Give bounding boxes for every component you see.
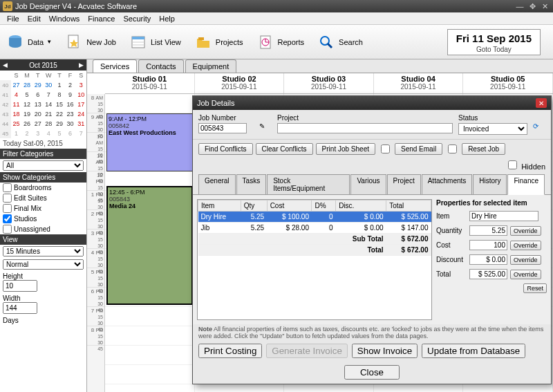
tab-equipment[interactable]: Equipment xyxy=(185,59,237,73)
calendar-day[interactable]: 11 xyxy=(11,100,22,109)
calendar-day[interactable]: 7 xyxy=(44,90,55,100)
print-job-sheet-button[interactable]: Print Job Sheet xyxy=(316,143,375,155)
calendar-day[interactable]: 24 xyxy=(75,109,86,119)
calendar-day[interactable]: 7 xyxy=(75,129,86,138)
modal-tab[interactable]: General xyxy=(198,174,236,194)
print-job-checkbox[interactable] xyxy=(381,144,390,153)
calendar-day[interactable]: 31 xyxy=(75,119,86,129)
width-input[interactable] xyxy=(3,302,37,314)
calendar-day[interactable]: 28 xyxy=(44,119,55,129)
maximize-button[interactable]: ✥ xyxy=(527,1,538,11)
calendar-day[interactable]: 16 xyxy=(65,100,76,109)
tab-contacts[interactable]: Contacts xyxy=(138,59,183,73)
menu-edit[interactable]: Edit xyxy=(24,15,45,23)
category-checkbox[interactable] xyxy=(3,204,12,213)
show-invoice-button[interactable]: Show Invoice xyxy=(352,344,418,358)
category-checkbox[interactable] xyxy=(3,225,12,234)
calendar-day[interactable]: 1 xyxy=(54,80,65,90)
height-input[interactable] xyxy=(3,280,37,292)
calendar-day[interactable]: 5 xyxy=(54,129,65,138)
calendar-day[interactable]: 3 xyxy=(32,129,44,138)
calendar-day[interactable]: 26 xyxy=(21,119,32,129)
category-checkbox[interactable] xyxy=(3,214,12,223)
project-input[interactable] xyxy=(277,123,453,133)
table-row[interactable]: Dry Hire5.25$ 100.000$ 0.00$ 525.00 xyxy=(198,212,431,223)
calendar-day[interactable]: 1 xyxy=(11,129,22,138)
prop-qty-input[interactable] xyxy=(469,225,507,236)
list-view-button[interactable]: List View xyxy=(129,32,181,52)
search-button[interactable]: Search xyxy=(317,32,363,52)
cal-prev-button[interactable]: ◀ xyxy=(3,62,8,68)
find-conflicts-button[interactable]: Find Conflicts xyxy=(198,143,253,155)
override-total-button[interactable]: Override xyxy=(510,270,541,279)
job-block[interactable]: 9:AM - 12:PM005842East West Productions xyxy=(106,113,193,171)
data-dropdown[interactable]: Data▼ xyxy=(6,32,52,52)
refresh-icon[interactable]: ⟳ xyxy=(533,122,538,130)
print-costing-button[interactable]: Print Costing xyxy=(198,344,262,358)
calendar-day[interactable]: 20 xyxy=(32,109,44,119)
category-checkbox[interactable] xyxy=(3,183,12,192)
modal-tab[interactable]: History xyxy=(473,174,507,194)
dialog-close-bottom-button[interactable]: Close xyxy=(344,365,400,380)
calendar-day[interactable]: 29 xyxy=(32,80,44,90)
calendar-day[interactable]: 19 xyxy=(21,109,32,119)
calendar-day[interactable]: 9 xyxy=(65,90,76,100)
column-header[interactable]: Studio 012015-09-11 xyxy=(105,73,195,93)
calendar-day[interactable]: 6 xyxy=(32,90,44,100)
finance-item-table[interactable]: ItemQtyCostD%Disc.TotalDry Hire5.25$ 100… xyxy=(197,199,432,320)
menu-finance[interactable]: Finance xyxy=(84,15,119,23)
calendar-day[interactable]: 3 xyxy=(75,80,86,90)
calendar-day[interactable]: 21 xyxy=(44,109,55,119)
reset-job-button[interactable]: Reset Job xyxy=(462,143,505,155)
calendar-day[interactable]: 23 xyxy=(65,109,76,119)
column-header[interactable]: Studio 052015-09-11 xyxy=(463,73,553,93)
table-row[interactable]: Jib5.25$ 28.000$ 0.00$ 147.00 xyxy=(198,223,431,234)
hidden-checkbox[interactable] xyxy=(508,160,517,169)
calendar-day[interactable]: 30 xyxy=(65,119,76,129)
calendar-day[interactable]: 2 xyxy=(21,129,32,138)
override-cost-button[interactable]: Override xyxy=(510,241,541,250)
column-header[interactable]: Studio 042015-09-11 xyxy=(374,73,464,93)
prop-cost-input[interactable] xyxy=(469,240,507,250)
new-job-button[interactable]: New Job xyxy=(64,32,116,52)
menu-security[interactable]: Security xyxy=(119,15,155,23)
modal-tab[interactable]: Finance xyxy=(507,174,545,195)
calendar-day[interactable]: 29 xyxy=(54,119,65,129)
calendar-day[interactable]: 4 xyxy=(44,129,55,138)
update-database-button[interactable]: Update from Database xyxy=(422,344,525,358)
calendar-day[interactable]: 14 xyxy=(44,100,55,109)
override-disc-button[interactable]: Override xyxy=(510,255,541,265)
column-header[interactable]: Studio 022015-09-11 xyxy=(195,73,285,93)
menu-file[interactable]: File xyxy=(3,15,24,23)
view-interval-select[interactable]: 15 Minutes xyxy=(3,246,84,256)
column-header[interactable]: Studio 032015-09-11 xyxy=(284,73,374,93)
calendar-day[interactable]: 12 xyxy=(21,100,32,109)
status-select[interactable]: Invoiced xyxy=(458,123,527,135)
calendar-grid[interactable]: SMTWTFS402728293012341456789104211121314… xyxy=(0,71,86,138)
calendar-day[interactable]: 27 xyxy=(32,119,44,129)
calendar-day[interactable]: 6 xyxy=(65,129,76,138)
calendar-day[interactable]: 8 xyxy=(54,90,65,100)
override-qty-button[interactable]: Override xyxy=(510,226,541,236)
calendar-day[interactable]: 27 xyxy=(11,80,22,90)
modal-tab[interactable]: Project xyxy=(387,174,421,194)
calendar-day[interactable]: 30 xyxy=(44,80,55,90)
reports-button[interactable]: Reports xyxy=(256,32,305,52)
view-mode-select[interactable]: Normal xyxy=(3,259,84,270)
send-email-button[interactable]: Send Email xyxy=(395,143,442,155)
props-reset-button[interactable]: Reset xyxy=(523,283,547,293)
prop-item-input[interactable] xyxy=(469,211,538,221)
tab-services[interactable]: Services xyxy=(93,59,137,73)
calendar-day[interactable]: 28 xyxy=(21,80,32,90)
modal-tab[interactable]: Stock Items/Equipment xyxy=(267,174,350,194)
job-block[interactable]: 12:45 - 6:PM005843Media 24 xyxy=(106,186,193,305)
modal-tab[interactable]: Tasks xyxy=(236,174,267,194)
dialog-close-button[interactable]: ✕ xyxy=(536,98,547,108)
calendar-day[interactable]: 2 xyxy=(65,80,76,90)
cal-next-button[interactable]: ▶ xyxy=(79,62,84,68)
edit-icon[interactable]: ✎ xyxy=(259,122,265,130)
minimize-button[interactable]: — xyxy=(514,1,525,11)
calendar-day[interactable]: 18 xyxy=(11,109,22,119)
modal-tab[interactable]: Various xyxy=(350,174,386,194)
calendar-day[interactable]: 4 xyxy=(11,90,22,100)
